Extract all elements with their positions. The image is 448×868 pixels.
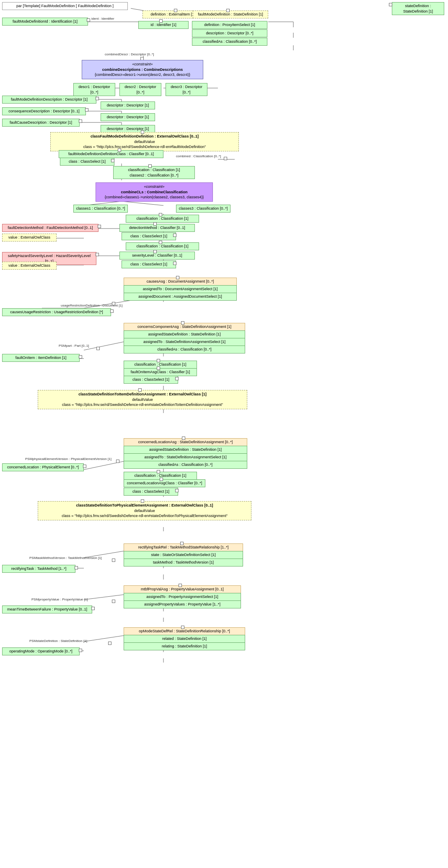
classified-as-classification: classifiedAs : Classification [0..*] [192, 38, 267, 46]
fault-detection-sq [98, 225, 101, 228]
fault-mode-definition-id: faultModeDefinitionId : Identification [… [2, 18, 88, 26]
psm-property-value-sq [112, 600, 115, 603]
assigned-to-state-def2-label: assignedTo : StateDefinitionAssignmentSe… [144, 455, 226, 459]
constraint-label-3: {combinedDescr=descr1->union(descr2, des… [84, 72, 201, 78]
class-class-select-5-sq [175, 489, 179, 492]
class-class-select-3[interactable]: class : ClassSelect [1] [122, 260, 176, 268]
class-fault-mode-def-label3: class = "http://plcs.fmv.se/rd/SwedishDe… [52, 144, 237, 150]
description-descriptor-label: description : Descriptor [0..*] [206, 31, 253, 35]
consequence-desc-label: consequenceDescription : Descriptor [0..… [8, 109, 80, 113]
causes-usage-restriction: causesUsageRestriction : UsageRestrictio… [2, 308, 111, 316]
state-definition-connector [389, 3, 392, 6]
classification-concerned-location-sq [157, 470, 160, 473]
connector-lines [0, 0, 448, 868]
severity-level-sq [153, 250, 157, 253]
constraint-combine-cl-3: {combined=classes1->union(classes2, clas… [98, 195, 211, 200]
class-class-select-2-sq [173, 234, 176, 237]
classification-detection-label: classification : Classification [1] [136, 216, 188, 221]
concerns-component-asg: concernsComponentAsg : StateDefinitionAs… [124, 323, 245, 331]
descr2: descr2 : Descriptor [0..*] [119, 83, 161, 96]
definition-external-item-label: definition : ExternalItem [1] [150, 12, 195, 16]
fault-on-item-asg-class-sq [157, 366, 160, 370]
psm-property-value-label: PSMpropertyValue : PropertyValue [1] [31, 598, 88, 601]
class-class-select-2[interactable]: class : ClassSelect [1] [122, 232, 176, 240]
task-method-version-label: taskMethod : TaskMethodVersion [1] [153, 560, 214, 564]
classification-label: classification : Classification [1] [115, 167, 193, 173]
assigned-state-def2-label: assignedStateDefinition : StateDefinitio… [149, 447, 222, 452]
concerned-location-asg: concernedLocationAsg : StateDefinitionAs… [124, 438, 247, 446]
descriptor1-label: descriptor : Descriptor [1] [107, 103, 149, 107]
usage-restriction-sq [112, 302, 115, 305]
causes-asg-sq [176, 276, 179, 279]
descriptor2: descriptor : Descriptor [1] [101, 113, 155, 121]
relating-state-def: relating : StateDefinition [1] [124, 642, 245, 650]
consequence-description: consequenceDescription : Descriptor [0..… [2, 107, 86, 115]
mtbf-prop-val-asg-label: mtbfPropValAsg : PropertyValueAssignment… [141, 587, 224, 591]
class-class-select-1[interactable]: class : ClassSelect [1] [60, 158, 114, 166]
op-mode-state-def-rel: opModeStateDefRel : StateDefinitionRelat… [124, 627, 245, 635]
id-identifier-label: id : Identifier [1] [150, 23, 176, 27]
causes-usage-restriction-label: causesUsageRestriction : UsageRestrictio… [10, 310, 103, 314]
causes-asg: causesAsg : DocumentAssignment [0..*] [124, 278, 237, 286]
id-identifier-sq [159, 19, 163, 23]
assigned-to-doc: assignedTo : DocumentAssignmentSelect [1… [124, 285, 237, 293]
assigned-to-state-def1-label: assignedTo : StateDefinitionAssignmentSe… [143, 340, 225, 344]
definition-proxy-item-select: definition : ProxyItemSelect [1] [192, 21, 267, 29]
classification-severity-sq [159, 241, 162, 244]
assigned-document: assignedDocument : AssignedDocumentSelec… [124, 293, 237, 301]
psm-state-def-label: PSMstateDefinition : StateDefinition [1] [29, 639, 87, 643]
assigned-to-property-label: assignedTo : PropertyAssignmentSelect [1… [146, 595, 218, 599]
constraint-combine-cl-2: combineCLs : CombineClassification [98, 190, 211, 195]
fault-cause-description: faultCauseDescription : Descriptor [1] [2, 119, 80, 127]
operating-mode: operatingMode : OperatingMode [0..*] [2, 647, 80, 655]
fault-mode-def-desc-label: faultModeDefinitionDescription : Descrip… [11, 97, 88, 101]
ident-label: ident : Identifier [91, 17, 114, 21]
fault-on-item: faultOnItem : ItemDefinition [1] [2, 354, 80, 362]
descriptor3: descriptor : Descriptor [1] [101, 125, 155, 133]
related-state-def: related : StateDefinition [1] [124, 635, 245, 643]
concerned-location-asg-class-label: concernedLocationAsgClass : Classifier [… [127, 481, 202, 485]
assigned-property-values-label: assignedPropertyValues : PropertyValue [… [144, 602, 220, 606]
fault-on-item-asg-class: faultOnItemAsgClass : Classifier [1] [124, 368, 197, 376]
psm-physical-element-version-label: PSMphysicalElementVersion : PhysicalElem… [25, 457, 111, 461]
classes3: classes3 : Classification [0..*] [176, 205, 230, 213]
relating-state-def-label: relating : StateDefinition [1] [162, 644, 207, 648]
classification-detection: classification : Classification [1] [126, 215, 199, 223]
class-class-select-3-sq [173, 262, 176, 265]
value-external-owl-1-label: value : ExternalOwlClass [8, 235, 50, 239]
assigned-to-state-def1: assignedTo : StateDefinitionAssignmentSe… [124, 338, 245, 346]
class-class-select-5[interactable]: class : ClassSelect [1] [124, 488, 178, 496]
classified-as-2: classifiedAs : Classification [0..*] [124, 346, 245, 353]
class-state-def-item-def-label3: class = "http://plcs.fmv.se/rd/SwedishDe… [40, 402, 245, 408]
fault-cause-desc-sq [79, 120, 82, 123]
title-bar: par [Template] FaultModeDefinition [ Fau… [2, 2, 128, 10]
state-state-def-select-label: state : StateOrStateDefinitionSelect [1] [151, 553, 215, 557]
fault-mode-state-def-sq [226, 9, 230, 12]
descriptor2-label: descriptor : Descriptor [1] [107, 115, 149, 119]
causes-usage-restriction-sq [110, 309, 114, 313]
combined-descr-label: combinedDescr : Descriptor [0..*] [105, 52, 154, 56]
fault-mode-def-def-class: faultModeDefinitionDefinitionClass : Cla… [59, 150, 163, 158]
fault-mode-def-class-sq [118, 148, 121, 152]
classification-classes2-sq [148, 164, 152, 168]
assigned-state-def2: assignedStateDefinition : StateDefinitio… [124, 446, 247, 454]
class-class-select-1-sq [111, 159, 114, 162]
constraint-label-2: combineDescriptions : CombineDescription… [84, 67, 201, 73]
id-identifier: id : Identifier [1] [138, 21, 189, 29]
combined-label: combined : Classification [0..*] [176, 154, 221, 158]
class-fault-mode-def-label2: defaultValue [52, 139, 237, 145]
combined-sq [224, 157, 227, 160]
constraint-label-1: «constraint» [84, 62, 201, 67]
rectifying-task-label: rectifyingTask : TaskMethod [1..*] [11, 567, 66, 571]
psm-part-label: PSMpart : Part [0..1] [59, 344, 89, 348]
rectifying-task-rel-label: rectifyingTaskRel : TaskMethodStateRelat… [138, 545, 228, 549]
class-fault-mode-def-label1: classFaultModeDefinitionDefinition : Ext… [52, 134, 237, 139]
rectifying-task-sq [75, 566, 78, 569]
classified-as-3-label: classifiedAs : Classification [0..*] [158, 463, 212, 467]
class-class-select-4[interactable]: class : ClassSelect [1] [124, 376, 178, 384]
classification-severity-label: classification : Classification [1] [136, 244, 188, 248]
psm-state-def-sq [108, 642, 111, 645]
concerned-location: concernedLocation : PhysicalElement [0..… [2, 463, 84, 471]
fault-mode-def-description: faultModeDefinitionDescription : Descrip… [2, 96, 96, 104]
value-external-owl-2: value : ExternalOwlClass [2, 262, 57, 270]
